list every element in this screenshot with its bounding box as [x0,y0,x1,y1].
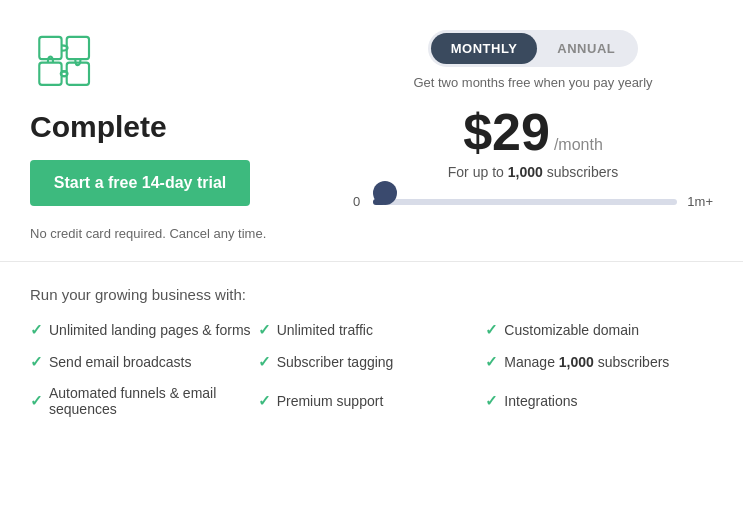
feature-label-3: Customizable domain [504,322,639,338]
feature-label-1: Unlimited landing pages & forms [49,322,251,338]
no-credit-card-text: No credit card required. Cancel any time… [30,226,266,241]
feature-label-2: Unlimited traffic [277,322,373,338]
feature-customizable-domain: ✓ Customizable domain [485,321,713,339]
subscribers-suffix: subscribers [543,164,618,180]
feature-unlimited-pages: ✓ Unlimited landing pages & forms [30,321,258,339]
feature-label-6: Manage 1,000 subscribers [504,354,669,370]
price-period: /month [554,136,603,154]
feature-label-7: Automated funnels & email sequences [49,385,258,417]
price-amount: $29 [463,106,550,158]
free-months-text: Get two months free when you pay yearly [413,75,652,90]
slider-track-wrapper [373,199,677,205]
subscriber-slider-container: 0 1m+ [353,194,713,209]
plan-title: Complete [30,110,266,144]
feature-funnels: ✓ Automated funnels & email sequences [30,385,258,417]
billing-toggle: MONTHLY ANNUAL [428,30,638,67]
features-row-1: ✓ Unlimited landing pages & forms ✓ Unli… [30,321,713,339]
check-icon-3: ✓ [485,321,498,339]
price-display: $29 /month [463,106,603,158]
features-grid: ✓ Unlimited landing pages & forms ✓ Unli… [30,321,713,417]
annual-toggle[interactable]: ANNUAL [537,33,635,64]
features-row-2: ✓ Send email broadcasts ✓ Subscriber tag… [30,353,713,371]
svg-rect-1 [67,37,89,59]
check-icon-6: ✓ [485,353,498,371]
check-icon-5: ✓ [258,353,271,371]
check-icon-9: ✓ [485,392,498,410]
feature-unlimited-traffic: ✓ Unlimited traffic [258,321,486,339]
feature-label-8: Premium support [277,393,384,409]
subscribers-prefix: For up to [448,164,508,180]
check-icon-2: ✓ [258,321,271,339]
check-icon-7: ✓ [30,392,43,410]
subscribers-info: For up to 1,000 subscribers [448,164,618,180]
subscribers-count: 1,000 [508,164,543,180]
puzzle-icon [30,30,100,90]
features-row-3: ✓ Automated funnels & email sequences ✓ … [30,385,713,417]
plan-left-col: Complete Start a free 14-day trial No cr… [30,30,266,241]
feature-label-9: Integrations [504,393,577,409]
features-intro: Run your growing business with: [30,286,713,303]
svg-rect-2 [39,63,61,85]
slider-max-label: 1m+ [687,194,713,209]
feature-label-5: Subscriber tagging [277,354,394,370]
feature-email-broadcasts: ✓ Send email broadcasts [30,353,258,371]
pricing-card: Complete Start a free 14-day trial No cr… [0,0,743,262]
feature-integrations: ✓ Integrations [485,392,713,410]
features-section: Run your growing business with: ✓ Unlimi… [0,262,743,437]
plan-right-col: MONTHLY ANNUAL Get two months free when … [353,30,713,209]
trial-button[interactable]: Start a free 14-day trial [30,160,250,206]
feature-subscriber-tagging: ✓ Subscriber tagging [258,353,486,371]
feature-label-4: Send email broadcasts [49,354,191,370]
check-icon-1: ✓ [30,321,43,339]
check-icon-8: ✓ [258,392,271,410]
feature-manage-subscribers: ✓ Manage 1,000 subscribers [485,353,713,371]
feature-premium-support: ✓ Premium support [258,392,486,410]
check-icon-4: ✓ [30,353,43,371]
slider-min-label: 0 [353,194,363,209]
monthly-toggle[interactable]: MONTHLY [431,33,538,64]
